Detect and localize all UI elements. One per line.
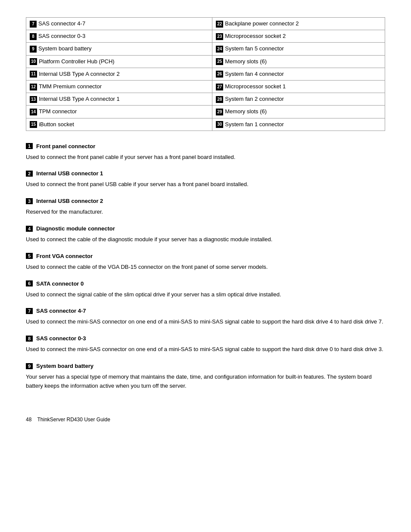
table-row: 10Platform Controller Hub (PCH) 25Memory… [26,55,385,68]
section-block: 3Internal USB connector 2Reserved for th… [26,198,385,217]
left-badge: 8 [30,33,37,40]
section-badge: 6 [26,280,33,286]
section-heading-text: SAS connector 0-3 [36,335,86,342]
left-badge: 12 [30,84,37,90]
right-badge: 25 [216,58,223,65]
table-row: 7SAS connector 4-7 22Backplane power con… [26,18,385,30]
left-badge: 15 [30,121,37,128]
section-badge: 7 [26,308,33,314]
right-badge: 23 [216,33,223,40]
right-cell: 27Microprocessor socket 1 [212,80,385,93]
table: 7SAS connector 4-7 22Backplane power con… [26,17,385,131]
section-heading: 4Diagnostic module connector [26,225,385,232]
left-cell: 7SAS connector 4-7 [26,18,212,30]
section-block: 8SAS connector 0-3Used to connect the mi… [26,335,385,354]
right-badge: 27 [216,84,223,90]
section-heading: 6SATA connector 0 [26,280,385,287]
right-cell: 24System fan 5 connector [212,43,385,55]
right-cell: 28System fan 2 connector [212,93,385,106]
section-heading: 1Front panel connector [26,143,385,149]
right-badge: 28 [216,96,223,103]
table-row: 13Internal USB Type A connector 1 28Syst… [26,93,385,106]
left-cell: 12TMM Premium connector [26,80,212,93]
section-heading: 7SAS connector 4-7 [26,308,385,314]
right-cell: 26System fan 4 connector [212,68,385,80]
section-badge: 8 [26,336,33,342]
right-cell: 23Microprocessor socket 2 [212,30,385,43]
right-cell: 29Memory slots (6) [212,106,385,118]
left-cell: 8SAS connector 0-3 [26,30,212,43]
left-cell: 11Internal USB Type A connector 2 [26,68,212,80]
right-badge: 22 [216,21,223,28]
section-heading: 8SAS connector 0-3 [26,335,385,342]
left-badge: 10 [30,58,37,65]
section-body: Used to connect the mini-SAS connector o… [26,345,385,354]
footer: 48 ThinkServer RD430 User Guide [26,417,385,423]
section-block: 9System board batteryYour server has a s… [26,363,385,391]
section-body: Used to connect the signal cable of the … [26,290,385,299]
section-body: Used to connect the mini-SAS connector o… [26,317,385,327]
section-badge: 4 [26,226,33,232]
section-block: 5Front VGA connectorUsed to connect the … [26,253,385,272]
left-cell: 9System board battery [26,43,212,55]
section-block: 4Diagnostic module connectorUsed to conn… [26,225,385,244]
footer-title: ThinkServer RD430 User Guide [37,417,110,423]
section-heading-text: Front VGA connector [36,253,93,259]
table-row: 15iButton socket 30System fan 1 connecto… [26,118,385,131]
section-heading: 5Front VGA connector [26,253,385,259]
section-badge: 2 [26,171,33,177]
left-badge: 9 [30,46,37,53]
section-heading: 3Internal USB connector 2 [26,198,385,204]
right-badge: 29 [216,109,223,115]
section-block: 2Internal USB connector 1Used to connect… [26,170,385,189]
section-body: Used to connect the cable of the VGA DB-… [26,263,385,272]
right-badge: 30 [216,121,223,128]
section-heading-text: Diagnostic module connector [36,225,115,232]
section-badge: 5 [26,253,33,259]
table-row: 12TMM Premium connector 27Microprocessor… [26,80,385,93]
right-badge: 24 [216,46,223,53]
section-badge: 9 [26,363,33,369]
section-heading: 9System board battery [26,363,385,369]
right-badge: 26 [216,71,223,78]
section-heading: 2Internal USB connector 1 [26,170,385,177]
table-row: 9System board battery 24System fan 5 con… [26,43,385,55]
section-heading-text: System board battery [36,363,93,369]
left-cell: 15iButton socket [26,118,212,131]
page-number: 48 [26,417,31,423]
connector-table: 7SAS connector 4-7 22Backplane power con… [26,17,385,131]
section-block: 6SATA connector 0Used to connect the sig… [26,280,385,299]
section-block: 7SAS connector 4-7Used to connect the mi… [26,308,385,327]
section-body: Used to connect the front panel USB cabl… [26,180,385,189]
section-body: Used to connect the cable of the diagnos… [26,235,385,244]
right-cell: 25Memory slots (6) [212,55,385,68]
table-row: 14TPM connector 29Memory slots (6) [26,106,385,118]
section-badge: 3 [26,198,33,204]
left-cell: 14TPM connector [26,106,212,118]
left-badge: 7 [30,21,37,28]
section-heading-text: SAS connector 4-7 [36,308,86,314]
section-block: 1Front panel connectorUsed to connect th… [26,143,385,162]
left-badge: 14 [30,109,37,115]
right-cell: 30System fan 1 connector [212,118,385,131]
section-heading-text: SATA connector 0 [36,280,84,287]
section-badge: 1 [26,143,33,149]
left-badge: 11 [30,71,37,78]
left-badge: 13 [30,96,37,103]
left-cell: 10Platform Controller Hub (PCH) [26,55,212,68]
left-cell: 13Internal USB Type A connector 1 [26,93,212,106]
right-cell: 22Backplane power connector 2 [212,18,385,30]
section-heading-text: Internal USB connector 2 [36,198,103,204]
section-heading-text: Front panel connector [36,143,95,149]
section-body: Your server has a special type of memory… [26,373,385,391]
section-heading-text: Internal USB connector 1 [36,170,103,177]
table-row: 8SAS connector 0-3 23Microprocessor sock… [26,30,385,43]
table-row: 11Internal USB Type A connector 2 26Syst… [26,68,385,80]
section-body: Reserved for the manufacturer. [26,208,385,217]
section-body: Used to connect the front panel cable if… [26,153,385,162]
